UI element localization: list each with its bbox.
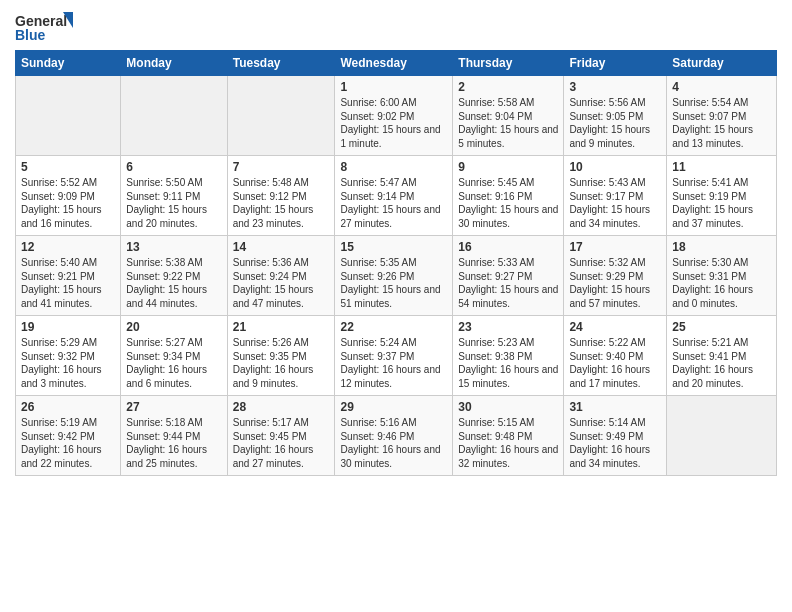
calendar-cell: 18Sunrise: 5:30 AMSunset: 9:31 PMDayligh… [667,236,777,316]
day-info: Sunrise: 5:30 AMSunset: 9:31 PMDaylight:… [672,256,771,310]
week-row-1: 1Sunrise: 6:00 AMSunset: 9:02 PMDaylight… [16,76,777,156]
svg-text:Blue: Blue [15,27,46,43]
calendar-cell: 23Sunrise: 5:23 AMSunset: 9:38 PMDayligh… [453,316,564,396]
day-number: 18 [672,240,771,254]
day-info: Sunrise: 5:15 AMSunset: 9:48 PMDaylight:… [458,416,558,470]
day-info: Sunrise: 5:38 AMSunset: 9:22 PMDaylight:… [126,256,221,310]
day-number: 20 [126,320,221,334]
day-info: Sunrise: 6:00 AMSunset: 9:02 PMDaylight:… [340,96,447,150]
calendar-cell: 27Sunrise: 5:18 AMSunset: 9:44 PMDayligh… [121,396,227,476]
day-number: 25 [672,320,771,334]
day-info: Sunrise: 5:41 AMSunset: 9:19 PMDaylight:… [672,176,771,230]
calendar-cell: 16Sunrise: 5:33 AMSunset: 9:27 PMDayligh… [453,236,564,316]
calendar-cell: 21Sunrise: 5:26 AMSunset: 9:35 PMDayligh… [227,316,335,396]
calendar-cell: 28Sunrise: 5:17 AMSunset: 9:45 PMDayligh… [227,396,335,476]
week-row-3: 12Sunrise: 5:40 AMSunset: 9:21 PMDayligh… [16,236,777,316]
day-info: Sunrise: 5:48 AMSunset: 9:12 PMDaylight:… [233,176,330,230]
day-info: Sunrise: 5:21 AMSunset: 9:41 PMDaylight:… [672,336,771,390]
day-number: 5 [21,160,115,174]
day-number: 24 [569,320,661,334]
calendar-cell: 11Sunrise: 5:41 AMSunset: 9:19 PMDayligh… [667,156,777,236]
logo: GeneralBlue [15,10,75,46]
calendar-cell: 3Sunrise: 5:56 AMSunset: 9:05 PMDaylight… [564,76,667,156]
day-number: 13 [126,240,221,254]
day-info: Sunrise: 5:22 AMSunset: 9:40 PMDaylight:… [569,336,661,390]
calendar-cell: 19Sunrise: 5:29 AMSunset: 9:32 PMDayligh… [16,316,121,396]
page-header: GeneralBlue [15,10,777,46]
header-thursday: Thursday [453,51,564,76]
calendar-cell: 1Sunrise: 6:00 AMSunset: 9:02 PMDaylight… [335,76,453,156]
day-number: 23 [458,320,558,334]
day-info: Sunrise: 5:24 AMSunset: 9:37 PMDaylight:… [340,336,447,390]
day-number: 6 [126,160,221,174]
calendar-cell: 22Sunrise: 5:24 AMSunset: 9:37 PMDayligh… [335,316,453,396]
day-info: Sunrise: 5:36 AMSunset: 9:24 PMDaylight:… [233,256,330,310]
calendar-cell: 17Sunrise: 5:32 AMSunset: 9:29 PMDayligh… [564,236,667,316]
calendar-cell [16,76,121,156]
header-monday: Monday [121,51,227,76]
logo-svg: GeneralBlue [15,10,75,46]
header-saturday: Saturday [667,51,777,76]
day-number: 27 [126,400,221,414]
calendar-cell: 9Sunrise: 5:45 AMSunset: 9:16 PMDaylight… [453,156,564,236]
day-info: Sunrise: 5:56 AMSunset: 9:05 PMDaylight:… [569,96,661,150]
day-info: Sunrise: 5:45 AMSunset: 9:16 PMDaylight:… [458,176,558,230]
day-info: Sunrise: 5:23 AMSunset: 9:38 PMDaylight:… [458,336,558,390]
day-info: Sunrise: 5:18 AMSunset: 9:44 PMDaylight:… [126,416,221,470]
calendar-cell: 15Sunrise: 5:35 AMSunset: 9:26 PMDayligh… [335,236,453,316]
day-number: 15 [340,240,447,254]
day-number: 11 [672,160,771,174]
day-number: 4 [672,80,771,94]
day-number: 1 [340,80,447,94]
day-number: 2 [458,80,558,94]
day-number: 30 [458,400,558,414]
day-number: 28 [233,400,330,414]
day-number: 19 [21,320,115,334]
day-number: 26 [21,400,115,414]
day-info: Sunrise: 5:16 AMSunset: 9:46 PMDaylight:… [340,416,447,470]
calendar-cell: 5Sunrise: 5:52 AMSunset: 9:09 PMDaylight… [16,156,121,236]
day-info: Sunrise: 5:47 AMSunset: 9:14 PMDaylight:… [340,176,447,230]
week-row-5: 26Sunrise: 5:19 AMSunset: 9:42 PMDayligh… [16,396,777,476]
calendar-cell [667,396,777,476]
day-number: 21 [233,320,330,334]
day-info: Sunrise: 5:40 AMSunset: 9:21 PMDaylight:… [21,256,115,310]
day-info: Sunrise: 5:27 AMSunset: 9:34 PMDaylight:… [126,336,221,390]
day-info: Sunrise: 5:43 AMSunset: 9:17 PMDaylight:… [569,176,661,230]
calendar-header: SundayMondayTuesdayWednesdayThursdayFrid… [16,51,777,76]
calendar-cell: 2Sunrise: 5:58 AMSunset: 9:04 PMDaylight… [453,76,564,156]
calendar-cell [227,76,335,156]
calendar-cell: 7Sunrise: 5:48 AMSunset: 9:12 PMDaylight… [227,156,335,236]
calendar-table: SundayMondayTuesdayWednesdayThursdayFrid… [15,50,777,476]
day-number: 16 [458,240,558,254]
calendar-cell: 24Sunrise: 5:22 AMSunset: 9:40 PMDayligh… [564,316,667,396]
calendar-cell: 29Sunrise: 5:16 AMSunset: 9:46 PMDayligh… [335,396,453,476]
header-friday: Friday [564,51,667,76]
day-info: Sunrise: 5:14 AMSunset: 9:49 PMDaylight:… [569,416,661,470]
calendar-cell: 12Sunrise: 5:40 AMSunset: 9:21 PMDayligh… [16,236,121,316]
calendar-cell: 8Sunrise: 5:47 AMSunset: 9:14 PMDaylight… [335,156,453,236]
day-info: Sunrise: 5:19 AMSunset: 9:42 PMDaylight:… [21,416,115,470]
header-wednesday: Wednesday [335,51,453,76]
day-number: 3 [569,80,661,94]
day-number: 22 [340,320,447,334]
week-row-4: 19Sunrise: 5:29 AMSunset: 9:32 PMDayligh… [16,316,777,396]
calendar-cell: 14Sunrise: 5:36 AMSunset: 9:24 PMDayligh… [227,236,335,316]
calendar-cell: 6Sunrise: 5:50 AMSunset: 9:11 PMDaylight… [121,156,227,236]
day-info: Sunrise: 5:58 AMSunset: 9:04 PMDaylight:… [458,96,558,150]
day-info: Sunrise: 5:26 AMSunset: 9:35 PMDaylight:… [233,336,330,390]
day-number: 29 [340,400,447,414]
day-number: 9 [458,160,558,174]
week-row-2: 5Sunrise: 5:52 AMSunset: 9:09 PMDaylight… [16,156,777,236]
calendar-cell: 20Sunrise: 5:27 AMSunset: 9:34 PMDayligh… [121,316,227,396]
day-info: Sunrise: 5:29 AMSunset: 9:32 PMDaylight:… [21,336,115,390]
day-info: Sunrise: 5:32 AMSunset: 9:29 PMDaylight:… [569,256,661,310]
day-number: 7 [233,160,330,174]
day-number: 31 [569,400,661,414]
calendar-cell: 10Sunrise: 5:43 AMSunset: 9:17 PMDayligh… [564,156,667,236]
day-info: Sunrise: 5:54 AMSunset: 9:07 PMDaylight:… [672,96,771,150]
calendar-cell: 30Sunrise: 5:15 AMSunset: 9:48 PMDayligh… [453,396,564,476]
day-number: 17 [569,240,661,254]
calendar-cell: 31Sunrise: 5:14 AMSunset: 9:49 PMDayligh… [564,396,667,476]
calendar-cell: 13Sunrise: 5:38 AMSunset: 9:22 PMDayligh… [121,236,227,316]
